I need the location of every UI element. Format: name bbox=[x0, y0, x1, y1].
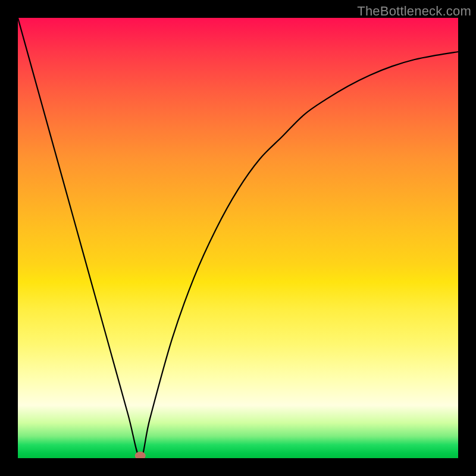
plot-area bbox=[18, 18, 458, 458]
chart-svg bbox=[18, 18, 458, 458]
bottleneck-curve bbox=[18, 18, 458, 458]
chart-container: TheBottleneck.com bbox=[0, 0, 476, 476]
watermark-text: TheBottleneck.com bbox=[357, 4, 471, 19]
minimum-marker bbox=[135, 452, 146, 458]
